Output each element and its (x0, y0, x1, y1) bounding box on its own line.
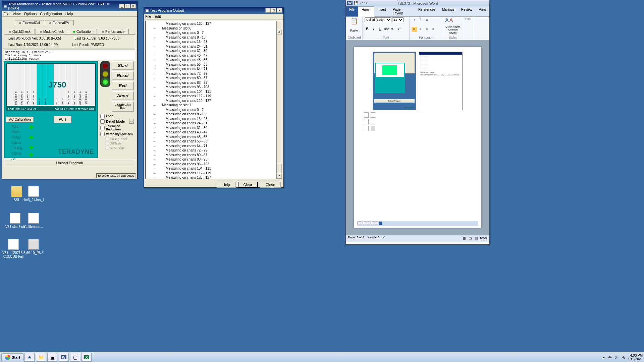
maximize-button[interactable]: □ (271, 8, 276, 13)
superscript-icon[interactable]: x² (396, 26, 402, 32)
unload-program-button[interactable]: Unload Program (4, 160, 135, 166)
scroll-up-button[interactable]: ▲ (277, 29, 282, 35)
tab-review[interactable]: Review (458, 6, 476, 16)
align-left-icon[interactable]: ≡ (412, 27, 417, 32)
undo-icon[interactable]: ↶ (360, 1, 363, 5)
ac-calibration-button[interactable]: AC Calibration (6, 117, 34, 122)
tab-page-layout[interactable]: Page Layout (389, 6, 415, 16)
task-excel[interactable]: X (82, 353, 92, 362)
output-textarea[interactable]: - Measuring on chans 120 - 127 - Measuri… (145, 21, 282, 179)
tab-quickcheck[interactable]: QuickCheck (5, 29, 35, 34)
multilevel-icon[interactable]: ≡ (424, 17, 430, 23)
align-center-icon[interactable]: ≡ (418, 27, 423, 32)
numbering-icon[interactable]: 1. (418, 17, 423, 23)
save-icon[interactable]: 💾 (354, 1, 359, 5)
task-explorer[interactable]: 📁 (36, 353, 46, 362)
loop-checkbox[interactable] (100, 114, 105, 118)
tab-externalpv[interactable]: ExternalPV (45, 20, 74, 25)
font-size-select[interactable]: 11 (392, 17, 404, 22)
tray-network-icon[interactable]: 🖧 (608, 355, 612, 359)
spellcheck-icon[interactable]: ✓ (383, 236, 385, 241)
plus-icon[interactable]: ✚ (29, 144, 33, 150)
start-button[interactable]: Start (112, 61, 134, 70)
desktop-icon-slot3[interactable]: slot3_24Jan_1 (22, 186, 45, 202)
strike-icon[interactable]: abc (384, 26, 389, 32)
exit-button[interactable]: Exit (112, 81, 134, 90)
scroll-down-button[interactable]: ▼ (277, 173, 282, 179)
titlebar[interactable]: W 💾 ↶ ↷ TSL373 - Microsoft Word (346, 0, 489, 6)
plus-icon[interactable]: ✚ (29, 134, 33, 140)
menu-file[interactable]: File (3, 12, 9, 16)
tray-power-icon[interactable]: 🔌 (621, 355, 625, 359)
plus-icon[interactable]: ✚ (29, 124, 33, 130)
all-tests-radio[interactable] (105, 141, 109, 145)
spc-tests-radio[interactable] (105, 145, 109, 150)
tab-insert[interactable]: Insert (374, 6, 389, 16)
close-button[interactable]: Close (260, 182, 281, 188)
tab-references[interactable]: References (415, 6, 439, 16)
tab-performance[interactable]: Performance (98, 29, 129, 34)
task-window[interactable]: ▢ (70, 353, 80, 362)
close-button[interactable]: × (130, 4, 136, 8)
scrollbar[interactable]: ▲ ▼ (276, 21, 282, 179)
tolerance-checkbox[interactable] (100, 126, 105, 130)
titlebar[interactable]: ▣J750 Maintenance - Tester Mode MUI8.15 … (2, 1, 137, 11)
bold-icon[interactable]: B (365, 26, 370, 32)
log-output[interactable]: Starting IG-XL Executive... Initializing… (4, 50, 135, 60)
tab-file[interactable]: File (346, 6, 358, 16)
minimize-button[interactable]: _ (265, 8, 271, 13)
justify-icon[interactable]: ≡ (431, 27, 436, 32)
plus-icon[interactable]: ✚ (29, 152, 33, 158)
bullets-icon[interactable]: • (412, 17, 417, 23)
task-ie[interactable]: e (24, 353, 35, 362)
toggle-dib-pwr-button[interactable]: Toggle DIB Pwr (112, 101, 134, 112)
reset-button[interactable]: Reset (112, 71, 134, 80)
print-layout-icon[interactable]: ▦ (462, 236, 467, 241)
scroll-thumb[interactable] (277, 163, 282, 173)
word-page-area[interactable]: TERADYNE Unload Program - - - - - - -- -… (346, 40, 489, 235)
tray-volume-icon[interactable]: 🔊 (614, 355, 619, 359)
minimize-button[interactable]: _ (119, 4, 124, 8)
maximize-button[interactable]: □ (125, 4, 130, 8)
menu-file[interactable]: File (145, 14, 151, 18)
tray-arrow-icon[interactable]: ▲ (602, 355, 606, 359)
tab-externalcal[interactable]: ExternalCal (15, 20, 44, 25)
quick-styles-icon[interactable]: A (445, 17, 449, 23)
desktop-icon-36010[interactable]: 3.60.10_P6.5 (22, 239, 45, 255)
redo-icon[interactable]: ↷ (364, 1, 367, 5)
menu-options[interactable]: Options (24, 12, 37, 16)
paste-icon[interactable]: 📋 (348, 17, 360, 25)
tab-calibration[interactable]: Calibration (69, 29, 97, 34)
subscript-icon[interactable]: x₂ (390, 26, 395, 32)
tab-view[interactable]: View (476, 6, 490, 16)
tab-home[interactable]: Home (358, 6, 374, 17)
underline-icon[interactable]: U (377, 26, 383, 32)
menu-view[interactable]: View (13, 12, 21, 16)
verbosity-checkbox[interactable] (100, 132, 105, 136)
menu-configuration[interactable]: Configuration (40, 12, 62, 16)
detail-config-button[interactable]: … (129, 119, 134, 124)
tab-modulecheck[interactable]: ModuleCheck (36, 29, 68, 34)
desktop-icon-calibration[interactable]: Calibration... (22, 213, 45, 229)
help-button[interactable]: Help (217, 182, 236, 188)
web-layout-icon[interactable]: ▤ (474, 236, 479, 241)
clear-button[interactable]: Clear (238, 182, 258, 188)
menu-edit[interactable]: Edit (155, 14, 161, 18)
pcit-button[interactable]: PCIT (54, 116, 71, 123)
italic-icon[interactable]: I (371, 26, 376, 32)
abort-button[interactable]: Abort (112, 91, 134, 100)
task-word[interactable]: W (59, 353, 69, 362)
titlebar[interactable]: ▣Test Program Output _ □ × (144, 7, 283, 14)
detail-mode-checkbox[interactable] (100, 119, 105, 124)
align-right-icon[interactable]: ≡ (424, 27, 430, 32)
tab-mailings[interactable]: Mailings (439, 6, 458, 16)
task-j750[interactable]: ▣ (47, 353, 57, 362)
failing-tests-radio[interactable] (105, 137, 109, 141)
clock[interactable]: 4:00 PM 1/19/2021 (628, 354, 643, 361)
full-screen-icon[interactable]: ▢ (468, 236, 473, 241)
font-name-select[interactable]: Calibri (Body) (365, 17, 391, 22)
start-button[interactable]: Start (1, 353, 24, 361)
change-styles-icon[interactable]: A (449, 17, 453, 23)
close-button[interactable]: × (277, 8, 282, 13)
menu-help[interactable]: Help (65, 12, 73, 16)
